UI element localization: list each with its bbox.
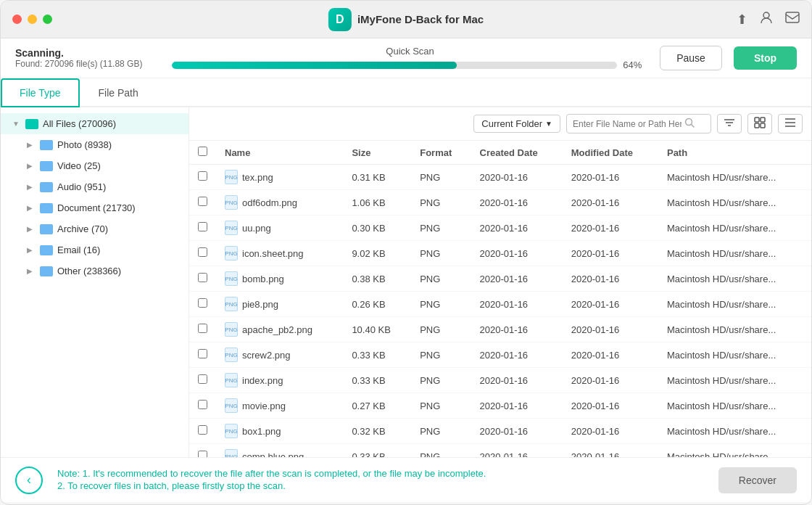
- file-modified: 2020-01-16: [563, 444, 658, 458]
- expand-arrow-video: ▶: [27, 162, 36, 170]
- sidebar-item-other[interactable]: ▶ Other (238366): [1, 260, 188, 282]
- table-row: PNG icon.sheet.png 9.02 KB PNG 2020-01-1…: [189, 241, 811, 266]
- file-created: 2020-01-16: [471, 190, 563, 215]
- user-icon[interactable]: [759, 10, 774, 28]
- back-button[interactable]: ‹: [15, 467, 43, 494]
- file-format: PNG: [411, 266, 471, 292]
- sidebar-item-photo[interactable]: ▶ Photo (8938): [1, 134, 188, 155]
- table-row: PNG comp.blue.png 0.33 KB PNG 2020-01-16…: [189, 444, 811, 458]
- file-format: PNG: [411, 241, 471, 266]
- expand-arrow-audio: ▶: [27, 183, 36, 191]
- video-label: Video (25): [57, 160, 180, 171]
- row-checkbox-3[interactable]: [198, 247, 207, 257]
- filter-button[interactable]: [717, 114, 742, 134]
- file-icon: PNG: [225, 373, 238, 387]
- current-folder-select[interactable]: Current Folder ▼: [473, 115, 560, 133]
- expand-arrow-other: ▶: [27, 267, 36, 275]
- document-label: Document (21730): [57, 202, 180, 213]
- row-checkbox-1[interactable]: [198, 197, 207, 206]
- row-checkbox-5[interactable]: [198, 298, 207, 308]
- table-row: PNG uu.png 0.30 KB PNG 2020-01-16 2020-0…: [189, 215, 811, 241]
- file-modified: 2020-01-16: [563, 342, 658, 368]
- progress-row: 64%: [172, 59, 648, 70]
- file-modified: 2020-01-16: [563, 241, 658, 266]
- folder-icon-video: [40, 161, 53, 171]
- list-view-button[interactable]: [778, 114, 803, 134]
- file-path: Macintosh HD/usr/share...: [658, 393, 811, 419]
- row-checkbox-7[interactable]: [198, 349, 207, 358]
- progress-bar-bg: [172, 62, 617, 69]
- photo-label: Photo (8938): [57, 139, 180, 150]
- row-checkbox-2[interactable]: [198, 222, 207, 231]
- other-label: Other (238366): [57, 266, 180, 276]
- search-input[interactable]: [573, 119, 682, 129]
- file-icon: PNG: [225, 424, 238, 438]
- share-icon[interactable]: ⬆: [737, 12, 747, 28]
- file-format: PNG: [411, 190, 471, 215]
- file-name-cell: PNG comp.blue.png: [225, 449, 334, 457]
- row-checkbox-10[interactable]: [198, 425, 207, 435]
- expand-arrow-email: ▶: [27, 246, 36, 254]
- maximize-button[interactable]: [43, 15, 52, 24]
- folder-icon-audio: [40, 182, 53, 192]
- file-modified: 2020-01-16: [563, 190, 658, 215]
- window-controls: [12, 15, 52, 24]
- bottom-bar: ‹ Note: 1. It's recommended to recover t…: [1, 457, 811, 502]
- sidebar-item-video[interactable]: ▶ Video (25): [1, 155, 188, 176]
- tab-file-path[interactable]: File Path: [80, 78, 157, 107]
- sidebar-item-all-files[interactable]: ▼ All Files (270096): [1, 113, 188, 134]
- scan-info: Scanning. Found: 270096 file(s) (11.88 G…: [15, 47, 160, 69]
- file-path: Macintosh HD/usr/share...: [658, 419, 811, 444]
- file-path: Macintosh HD/usr/share...: [658, 215, 811, 241]
- expand-arrow: ▼: [12, 120, 21, 128]
- row-checkbox-9[interactable]: [198, 400, 207, 409]
- stop-button[interactable]: Stop: [734, 46, 797, 70]
- sidebar-item-document[interactable]: ▶ Document (21730): [1, 197, 188, 218]
- row-checkbox-4[interactable]: [198, 273, 207, 282]
- row-checkbox-8[interactable]: [198, 374, 207, 384]
- file-name-cell: PNG movie.png: [225, 398, 334, 413]
- main-layout: ▼ All Files (270096) ▶ Photo (8938) ▶ Vi…: [1, 107, 811, 457]
- file-name: movie.png: [242, 401, 286, 411]
- search-icon[interactable]: [684, 118, 695, 130]
- file-format: PNG: [411, 342, 471, 368]
- tab-file-type[interactable]: File Type: [1, 78, 80, 107]
- file-modified: 2020-01-16: [563, 393, 658, 419]
- scanning-label: Scanning.: [15, 47, 160, 59]
- file-size: 0.26 KB: [343, 292, 411, 317]
- table-row: PNG movie.png 0.27 KB PNG 2020-01-16 202…: [189, 393, 811, 419]
- file-created: 2020-01-16: [471, 342, 563, 368]
- sidebar-item-email[interactable]: ▶ Email (16): [1, 239, 188, 260]
- expand-arrow-photo: ▶: [27, 141, 36, 149]
- file-size: 9.02 KB: [343, 241, 411, 266]
- column-header-size: Size: [343, 141, 411, 165]
- select-all-checkbox[interactable]: [198, 147, 207, 156]
- close-button[interactable]: [12, 15, 22, 24]
- recover-button[interactable]: Recover: [718, 467, 797, 493]
- note-line-2: 2. To recover files in batch, please fir…: [57, 480, 704, 491]
- row-checkbox-0[interactable]: [198, 171, 207, 181]
- file-format: PNG: [411, 317, 471, 342]
- file-created: 2020-01-16: [471, 165, 563, 190]
- file-modified: 2020-01-16: [563, 292, 658, 317]
- sidebar-item-archive[interactable]: ▶ Archive (70): [1, 218, 188, 239]
- file-size: 1.06 KB: [343, 190, 411, 215]
- sidebar-item-audio[interactable]: ▶ Audio (951): [1, 176, 188, 197]
- progress-percent: 64%: [623, 59, 648, 70]
- scan-bar: Scanning. Found: 270096 file(s) (11.88 G…: [1, 38, 811, 78]
- archive-label: Archive (70): [57, 223, 180, 234]
- row-checkbox-11[interactable]: [198, 451, 207, 457]
- file-created: 2020-01-16: [471, 368, 563, 393]
- grid-view-button[interactable]: [747, 113, 772, 134]
- pause-button[interactable]: Pause: [660, 46, 722, 70]
- file-icon: PNG: [225, 348, 238, 362]
- row-checkbox-6[interactable]: [198, 324, 207, 333]
- minimize-button[interactable]: [28, 15, 37, 24]
- file-name: screw2.png: [242, 350, 290, 361]
- file-modified: 2020-01-16: [563, 419, 658, 444]
- file-name-cell: PNG bomb.png: [225, 271, 334, 286]
- mail-icon[interactable]: [785, 12, 800, 27]
- file-size: 0.31 KB: [343, 165, 411, 190]
- file-path: Macintosh HD/usr/share...: [658, 444, 811, 458]
- file-name-cell: PNG odf6odm.png: [225, 195, 334, 210]
